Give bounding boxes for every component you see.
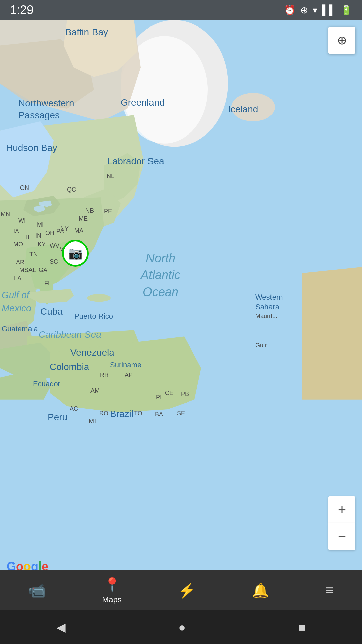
flash-nav-icon: ⚡ [178,582,195,599]
zoom-in-button[interactable]: + [328,496,355,523]
maps-nav-label: Maps [102,595,122,604]
svg-point-4 [87,294,111,302]
status-bar: 1:29 ⏰ ⊕ ▾ ▌▌ 🔋 [0,0,362,20]
system-navigation-bar: ◀ ● ■ [0,610,362,644]
video-nav-icon: 📹 [28,582,46,599]
zoom-out-button[interactable]: − [328,523,355,550]
nav-item-notifications[interactable]: 🔔 [252,582,269,599]
nav-item-menu[interactable]: ≡ [325,582,334,598]
svg-point-3 [231,93,275,121]
zoom-controls: + − [328,496,355,550]
alarm-icon: ⏰ [284,5,296,16]
nav-item-flash[interactable]: ⚡ [178,582,195,599]
back-button[interactable]: ◀ [56,620,66,634]
battery-icon: 🔋 [340,5,352,16]
signal-icon: ▌▌ [322,5,336,15]
wifi-icon: ▾ [313,5,317,16]
status-time: 1:29 [10,3,34,17]
nav-item-video[interactable]: 📹 [28,582,46,599]
gps-status-icon: ⊕ [300,5,308,16]
bell-nav-icon: 🔔 [252,582,269,599]
gps-button[interactable]: ⊕ [328,27,355,54]
camera-icon: 📷 [68,246,83,260]
nav-item-maps[interactable]: 📍 Maps [102,577,122,604]
recents-button[interactable]: ■ [298,620,306,634]
location-marker[interactable]: 📷 [62,240,89,267]
bottom-nav: 📹 📍 Maps ⚡ 🔔 ≡ [0,570,362,610]
map-container[interactable]: Baffin Bay NorthwesternPassages Greenlan… [0,20,362,577]
menu-nav-icon: ≡ [325,582,334,598]
maps-nav-icon: 📍 [103,577,121,593]
status-icons: ⏰ ⊕ ▾ ▌▌ 🔋 [284,5,352,16]
map-svg [0,20,362,577]
home-button[interactable]: ● [178,620,186,634]
gps-location-icon: ⊕ [337,33,347,47]
